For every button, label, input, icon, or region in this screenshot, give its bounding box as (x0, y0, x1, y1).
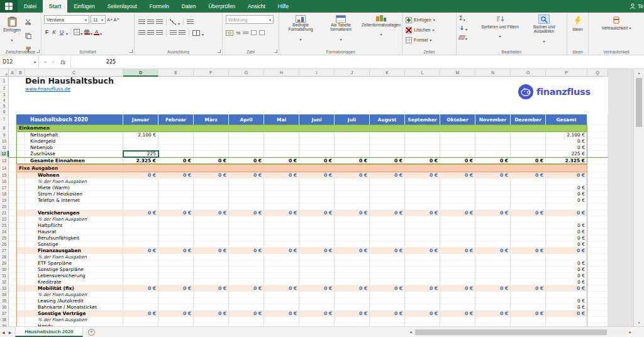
value-cell[interactable] (370, 138, 405, 145)
value-cell[interactable] (229, 273, 264, 279)
cell[interactable] (16, 254, 25, 260)
value-cell[interactable] (229, 279, 264, 285)
cell[interactable] (587, 210, 608, 216)
value-cell[interactable] (335, 179, 370, 185)
value-cell[interactable] (511, 197, 546, 204)
value-cell[interactable] (370, 216, 405, 223)
month-header-cell[interactable]: Januar (123, 114, 158, 124)
value-cell[interactable] (511, 292, 546, 298)
total-cell[interactable]: 0 € (546, 223, 587, 229)
value-cell[interactable]: 0 € (299, 172, 335, 179)
row-header-38[interactable]: 38 (0, 317, 9, 323)
cell[interactable] (587, 292, 608, 298)
value-cell[interactable] (158, 191, 194, 197)
cell[interactable] (587, 311, 608, 317)
value-cell[interactable] (440, 267, 475, 273)
grow-font-icon[interactable]: A▴ (107, 17, 113, 23)
row-header-14[interactable]: 14 (0, 164, 9, 172)
value-cell[interactable] (194, 235, 229, 241)
section-band[interactable]: Fixe Ausgaben (16, 164, 587, 172)
cell[interactable] (9, 273, 16, 279)
value-cell[interactable] (511, 298, 546, 304)
value-cell[interactable] (440, 254, 475, 260)
value-cell[interactable]: 0 € (335, 172, 370, 179)
borders-button[interactable] (74, 26, 82, 38)
value-cell[interactable] (370, 279, 405, 285)
comma-style-icon[interactable]: 000 (243, 31, 248, 35)
value-cell[interactable]: 0 € (405, 210, 440, 216)
value-cell[interactable] (405, 279, 440, 285)
total-cell[interactable]: 0 € (546, 248, 587, 254)
cell[interactable] (587, 317, 608, 323)
value-cell[interactable]: 0 € (158, 285, 194, 292)
row-header-30[interactable]: 30 (0, 267, 9, 273)
cell[interactable] (587, 197, 608, 204)
total-cell[interactable]: 0 € (546, 235, 587, 241)
format-button[interactable]: Format (406, 35, 431, 45)
value-cell[interactable] (405, 197, 440, 204)
cell[interactable] (9, 292, 16, 298)
total-cell[interactable]: 2.325 € (546, 158, 587, 164)
value-cell[interactable]: 0 € (370, 285, 405, 292)
cell[interactable] (16, 292, 25, 298)
column-header-L[interactable]: L (405, 69, 440, 77)
value-cell[interactable] (370, 267, 405, 273)
value-cell[interactable] (299, 151, 335, 157)
value-cell[interactable] (194, 304, 229, 311)
value-cell[interactable] (475, 254, 511, 260)
vertical-scrollbar[interactable]: ▲ ▼ (633, 69, 644, 326)
value-cell[interactable] (194, 223, 229, 229)
label-cell[interactable]: Telefon & Internet (25, 197, 123, 204)
table-title-cell[interactable]: Haushaltsbuch 2020 (25, 114, 123, 124)
value-cell[interactable] (440, 279, 475, 285)
value-cell[interactable] (511, 151, 546, 157)
value-cell[interactable] (335, 267, 370, 273)
scroll-up-icon[interactable]: ▲ (634, 71, 644, 75)
value-cell[interactable]: 0 € (405, 158, 440, 164)
label-cell[interactable]: Nebenjob (25, 145, 123, 151)
cell[interactable] (16, 132, 25, 138)
value-cell[interactable] (370, 229, 405, 235)
value-cell[interactable] (123, 260, 158, 267)
decrease-decimal-icon[interactable] (259, 30, 265, 35)
value-cell[interactable] (475, 298, 511, 304)
value-cell[interactable] (123, 292, 158, 298)
cell[interactable] (9, 223, 16, 229)
cell[interactable] (16, 235, 25, 241)
value-cell[interactable]: 0 € (158, 311, 194, 317)
column-header-E[interactable]: E (158, 69, 194, 77)
column-header-O[interactable]: O (511, 69, 546, 77)
row-header-29[interactable]: 29 (0, 260, 9, 267)
cell[interactable] (587, 248, 608, 254)
row-header-17[interactable]: 17 (0, 185, 9, 191)
label-cell[interactable]: Kindergeld (25, 138, 123, 145)
label-cell[interactable]: % der Fixen Ausgaben (25, 179, 123, 185)
value-cell[interactable] (511, 185, 546, 191)
value-cell[interactable] (123, 298, 158, 304)
row-header-26[interactable]: 26 (0, 241, 9, 248)
value-cell[interactable] (475, 292, 511, 298)
column-header-G[interactable]: G (229, 69, 264, 77)
value-cell[interactable] (158, 317, 194, 323)
clear-button[interactable] (459, 33, 467, 41)
number-format-select[interactable]: Währung (226, 15, 274, 24)
value-cell[interactable] (511, 267, 546, 273)
decrease-indent-icon[interactable] (170, 30, 177, 36)
value-cell[interactable] (229, 304, 264, 311)
value-cell[interactable] (299, 179, 335, 185)
value-cell[interactable] (299, 279, 335, 285)
row-header-31[interactable]: 31 (0, 273, 9, 279)
value-cell[interactable] (475, 145, 511, 151)
value-cell[interactable] (299, 216, 335, 223)
cell[interactable] (587, 267, 608, 273)
value-cell[interactable] (229, 204, 264, 210)
fill-color-button[interactable] (84, 26, 92, 38)
value-cell[interactable] (264, 197, 299, 204)
cell[interactable] (16, 158, 25, 164)
row-header-28[interactable]: 28 (0, 254, 9, 260)
select-all-corner[interactable] (0, 69, 9, 77)
cell[interactable] (587, 124, 608, 132)
value-cell[interactable] (405, 241, 440, 248)
cell[interactable] (9, 241, 16, 248)
scroll-right-icon[interactable]: ▶ (627, 330, 633, 334)
